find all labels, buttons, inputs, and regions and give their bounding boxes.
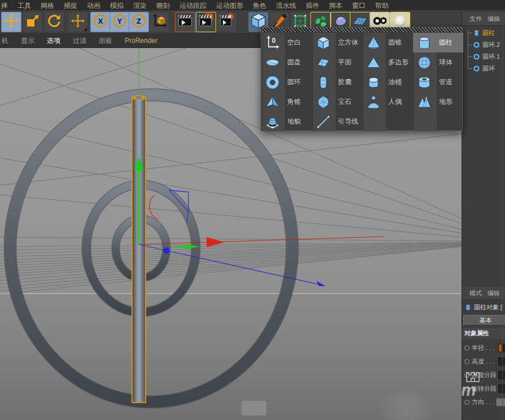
menu-item-snap[interactable]: 捕捉 xyxy=(64,2,77,10)
menu-item-tools[interactable]: 工具 xyxy=(17,2,31,10)
menu-item-render[interactable]: 渲染 xyxy=(133,2,147,10)
svg-text:Y: Y xyxy=(117,17,122,25)
object-row-torus1[interactable]: 圆环.1 xyxy=(462,51,505,63)
render-settings-button[interactable] xyxy=(217,12,237,32)
primitives-dropdown: 0 空白 立方体 圆锥 圆柱 圆盘 平面 多边形 球体 xyxy=(261,27,463,131)
menu-item-sculpt[interactable]: 雕刻 xyxy=(156,2,170,10)
primitive-item-guide[interactable]: 引导线 xyxy=(312,112,362,132)
panel-scrollbar[interactable] xyxy=(502,26,503,420)
menu-item-mesh[interactable]: 网格 xyxy=(41,2,54,10)
primitive-item-sphere[interactable]: 球体 xyxy=(413,53,463,72)
render-view-button[interactable] xyxy=(175,12,195,32)
z-axis-handle-dot[interactable] xyxy=(164,248,170,254)
x-axis-arrowhead[interactable] xyxy=(207,237,225,247)
height-input[interactable] xyxy=(498,357,505,366)
key-circle-icon[interactable] xyxy=(464,359,469,364)
om-menu-file[interactable]: 文件 xyxy=(469,15,482,23)
ring-large[interactable] xyxy=(10,95,292,402)
viewport-menu-prorender[interactable]: ProRender xyxy=(125,37,157,45)
menu-item-pipeline[interactable]: 流水线 xyxy=(276,2,296,10)
scale-tool-button[interactable] xyxy=(23,12,43,32)
property-row-height-segments[interactable]: 高度分段 xyxy=(462,368,505,382)
z-axis-lock-button[interactable]: Z xyxy=(129,12,149,32)
primitive-item-torus[interactable]: 圆环 xyxy=(261,72,311,92)
cylinder-object[interactable] xyxy=(132,95,146,403)
primitive-item-disc[interactable]: 圆盘 xyxy=(261,53,311,72)
menu-item-script[interactable]: 脚本 xyxy=(329,2,342,10)
viewport-menu-filter[interactable]: 过滤 xyxy=(73,36,86,46)
primitive-item-capsule[interactable]: 胶囊 xyxy=(312,72,362,92)
tab-basic[interactable]: 基本 xyxy=(463,315,505,326)
primitive-label: 地貌 xyxy=(287,117,301,126)
render-to-picture-viewer-button[interactable] xyxy=(196,12,216,32)
primitive-item-gem[interactable]: 宝石 xyxy=(312,92,362,112)
attribute-manager-header: 模式 编辑 xyxy=(462,287,505,300)
menu-item-motion-tracker[interactable]: 运动跟踪 xyxy=(179,2,207,10)
move-tool-button[interactable] xyxy=(1,12,21,32)
property-row-height[interactable]: 高度 . . . xyxy=(462,355,505,368)
viewport-menu-display[interactable]: 显示 xyxy=(21,36,34,46)
svg-text:Z: Z xyxy=(137,17,141,25)
key-circle-icon[interactable] xyxy=(464,386,469,391)
primitive-item-figure[interactable]: 人偶 xyxy=(362,92,412,112)
z-axis-arrowhead[interactable] xyxy=(317,281,326,287)
primitive-label: 多边形 xyxy=(388,58,409,67)
height-segments-input[interactable] xyxy=(498,371,505,379)
primitive-item-tube[interactable]: 管道 xyxy=(413,72,463,92)
primitive-item-cone[interactable]: 圆锥 xyxy=(362,33,412,53)
primitive-item-plane[interactable]: 平面 xyxy=(312,53,362,72)
object-row-cylinder[interactable]: 圆柱 xyxy=(462,27,505,39)
object-row-torus[interactable]: 圆环 xyxy=(462,63,505,75)
orientation-dropdown[interactable] xyxy=(496,398,505,406)
key-circle-icon[interactable] xyxy=(464,400,469,405)
key-circle-icon[interactable] xyxy=(464,373,469,378)
cube-icon xyxy=(315,35,331,51)
cylinder-top-handle[interactable] xyxy=(142,96,144,99)
panel-grip-icon[interactable] xyxy=(463,290,467,298)
property-row-rotation-segments[interactable]: 旋转分段 xyxy=(462,382,505,395)
primitive-item-relief[interactable]: 地貌 xyxy=(261,112,311,132)
primitive-label: 平面 xyxy=(338,58,352,67)
menu-item-mograph[interactable]: 运动图形 xyxy=(216,2,243,10)
rotate-tool-button[interactable] xyxy=(44,12,64,32)
menu-item-animate[interactable]: 动画 xyxy=(87,2,100,10)
last-tool-button[interactable] xyxy=(68,12,88,32)
primitive-item-cube[interactable]: 立方体 xyxy=(312,33,362,53)
property-row-radius[interactable]: 半径 . . . xyxy=(462,341,505,355)
viewport-menu-cameras[interactable]: 机 xyxy=(2,36,8,46)
panel-grip-icon[interactable] xyxy=(463,15,467,23)
primitive-item-null[interactable]: 0 空白 xyxy=(261,33,311,53)
viewport-menu-panel[interactable]: 面板 xyxy=(99,36,112,46)
object-title-label: 圆柱对象 [ xyxy=(474,303,502,312)
object-row-torus2[interactable]: 圆环.2 xyxy=(462,39,505,51)
primitive-item-polygon[interactable]: 多边形 xyxy=(362,53,412,72)
coordinate-system-button[interactable] xyxy=(149,12,169,32)
object-properties-section[interactable]: 对象属性 xyxy=(462,328,505,339)
palette-drag-handle[interactable] xyxy=(261,28,462,32)
render-clapper-icon xyxy=(177,13,193,31)
key-circle-icon[interactable] xyxy=(464,345,469,351)
cinema4d-window: 择 工具 网格 捕捉 动画 模拟 渲染 雕刻 运动跟踪 运动图形 角色 流水线 … xyxy=(0,0,505,420)
property-row-orientation[interactable]: 方向 . . . xyxy=(462,395,505,409)
menu-item-window[interactable]: 窗口 xyxy=(352,2,366,10)
primitive-item-oil-tank[interactable]: 油桶 xyxy=(362,72,412,92)
menu-item-simulate[interactable]: 模拟 xyxy=(110,2,124,10)
menu-item-help[interactable]: 帮助 xyxy=(375,2,389,10)
x-axis-lock-button[interactable]: X xyxy=(90,12,111,32)
torus-rings[interactable] xyxy=(10,95,292,402)
menu-item[interactable]: 择 xyxy=(1,2,8,10)
y-axis-lock-button[interactable]: Y xyxy=(109,12,130,32)
menu-item-plugins[interactable]: 插件 xyxy=(306,2,319,10)
primitive-item-pyramid[interactable]: 角锥 xyxy=(261,92,311,112)
tab-label: 基本 xyxy=(480,316,492,325)
radius-input[interactable] xyxy=(498,344,505,352)
menu-item-character[interactable]: 角色 xyxy=(253,2,266,10)
rotation-segments-input[interactable] xyxy=(498,384,505,393)
am-menu-mode[interactable]: 模式 xyxy=(469,289,482,298)
om-menu-edit[interactable]: 编辑 xyxy=(488,15,500,23)
cylinder-top-handle[interactable] xyxy=(133,96,136,99)
viewport-menu-options[interactable]: 选项 xyxy=(47,36,60,46)
am-menu-edit[interactable]: 编辑 xyxy=(488,289,500,298)
primitive-item-cylinder[interactable]: 圆柱 xyxy=(413,33,463,53)
primitive-item-landscape[interactable]: 地形 xyxy=(413,92,463,112)
